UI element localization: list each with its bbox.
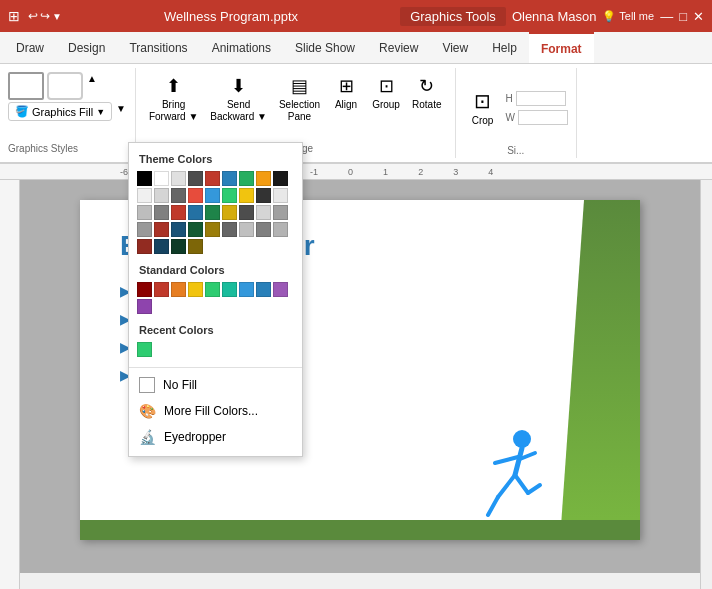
tab-transitions[interactable]: Transitions [117, 32, 199, 63]
theme-color-swatch-20[interactable] [171, 205, 186, 220]
svg-point-0 [513, 430, 531, 448]
recent-colors-title: Recent Colors [129, 320, 302, 342]
more-fill-colors-item[interactable]: 🎨 More Fill Colors... [129, 398, 302, 424]
no-fill-item[interactable]: No Fill [129, 372, 302, 398]
align-label: Align [335, 99, 357, 110]
styles-scroll-down[interactable]: ▼ [115, 102, 127, 121]
standard-colors-title: Standard Colors [129, 260, 302, 282]
standard-color-swatch-4[interactable] [205, 282, 220, 297]
standard-color-swatch-7[interactable] [256, 282, 271, 297]
bring-forward-btn[interactable]: ⬆ BringForward ▼ [144, 72, 203, 126]
styles-scroll-up[interactable]: ▲ [86, 72, 98, 100]
minimize-btn[interactable]: — [660, 9, 673, 24]
theme-color-swatch-25[interactable] [256, 205, 271, 220]
theme-color-swatch-33[interactable] [239, 222, 254, 237]
theme-color-swatch-19[interactable] [154, 205, 169, 220]
theme-color-swatch-2[interactable] [171, 171, 186, 186]
standard-color-swatch-5[interactable] [222, 282, 237, 297]
theme-color-swatch-13[interactable] [205, 188, 220, 203]
theme-color-swatch-7[interactable] [256, 171, 271, 186]
theme-color-swatch-37[interactable] [154, 239, 169, 254]
tab-view[interactable]: View [430, 32, 480, 63]
slide-area: Em...ss Center ▶ Flexible hours ▶ Multip… [20, 180, 700, 573]
style-box-2[interactable] [47, 72, 83, 100]
width-input-row: W [506, 110, 568, 125]
send-backward-btn[interactable]: ⬇ SendBackward ▼ [205, 72, 272, 126]
quick-access-undo[interactable]: ↩ [28, 9, 38, 23]
window-title: Wellness Program.pptx [62, 9, 400, 24]
tab-slideshow[interactable]: Slide Show [283, 32, 367, 63]
standard-color-swatch-3[interactable] [188, 282, 203, 297]
theme-color-swatch-35[interactable] [273, 222, 288, 237]
theme-color-swatch-38[interactable] [171, 239, 186, 254]
tab-help[interactable]: Help [480, 32, 529, 63]
theme-color-swatch-10[interactable] [154, 188, 169, 203]
fill-button[interactable]: 🪣 Graphics Fill ▼ [8, 102, 112, 121]
theme-color-swatch-8[interactable] [273, 171, 288, 186]
quick-access-more[interactable]: ▼ [52, 11, 62, 22]
theme-color-swatch-24[interactable] [239, 205, 254, 220]
eyedropper-item[interactable]: 🔬 Eyedropper [129, 424, 302, 450]
ribbon: ▲ 🪣 Graphics Fill ▼ ▼ Graphics Styles ⬆ … [0, 64, 712, 164]
standard-color-swatch-2[interactable] [171, 282, 186, 297]
style-box-1[interactable] [8, 72, 44, 100]
theme-color-swatch-1[interactable] [154, 171, 169, 186]
theme-color-swatch-3[interactable] [188, 171, 203, 186]
theme-color-swatch-31[interactable] [205, 222, 220, 237]
recent-color-swatch-0[interactable] [137, 342, 152, 357]
theme-color-swatch-4[interactable] [205, 171, 220, 186]
standard-color-swatch-8[interactable] [273, 282, 288, 297]
theme-color-swatch-39[interactable] [188, 239, 203, 254]
theme-color-swatch-15[interactable] [239, 188, 254, 203]
theme-color-swatch-36[interactable] [137, 239, 152, 254]
tab-draw[interactable]: Draw [4, 32, 56, 63]
standard-color-swatch-0[interactable] [137, 282, 152, 297]
theme-color-swatch-16[interactable] [256, 188, 271, 203]
theme-color-swatch-6[interactable] [239, 171, 254, 186]
theme-color-swatch-23[interactable] [222, 205, 237, 220]
tab-review[interactable]: Review [367, 32, 430, 63]
tab-animations[interactable]: Animations [200, 32, 283, 63]
theme-color-swatch-5[interactable] [222, 171, 237, 186]
theme-color-swatch-11[interactable] [171, 188, 186, 203]
tab-format[interactable]: Format [529, 32, 594, 63]
theme-color-swatch-22[interactable] [205, 205, 220, 220]
crop-btn[interactable]: ⊡ Crop [464, 86, 502, 129]
standard-color-swatch-6[interactable] [239, 282, 254, 297]
standard-color-swatch-1[interactable] [154, 282, 169, 297]
theme-color-swatch-28[interactable] [154, 222, 169, 237]
title-bar-right: Graphics Tools Olenna Mason 💡 Tell me — … [400, 7, 704, 26]
theme-color-swatch-17[interactable] [273, 188, 288, 203]
bring-forward-label: BringForward ▼ [149, 99, 198, 123]
theme-color-swatch-9[interactable] [137, 188, 152, 203]
align-btn[interactable]: ⊞ Align [327, 72, 365, 113]
quick-access-redo[interactable]: ↪ [40, 9, 50, 23]
theme-color-swatch-27[interactable] [137, 222, 152, 237]
theme-color-swatch-14[interactable] [222, 188, 237, 203]
group-btn[interactable]: ⊡ Group [367, 72, 405, 113]
vertical-scrollbar[interactable] [700, 180, 712, 589]
maximize-btn[interactable]: □ [679, 9, 687, 24]
theme-color-swatch-26[interactable] [273, 205, 288, 220]
tab-design[interactable]: Design [56, 32, 117, 63]
height-input[interactable] [516, 91, 566, 106]
selection-pane-btn[interactable]: ▤ SelectionPane [274, 72, 325, 126]
tell-me-icon[interactable]: 💡 Tell me [602, 10, 654, 23]
ruler-vertical [0, 180, 20, 589]
rotate-btn[interactable]: ↻ Rotate [407, 72, 446, 113]
theme-color-swatch-29[interactable] [171, 222, 186, 237]
theme-color-swatch-12[interactable] [188, 188, 203, 203]
standard-color-swatch-9[interactable] [137, 299, 152, 314]
svg-line-1 [515, 448, 522, 475]
eyedropper-label: Eyedropper [164, 430, 226, 444]
theme-color-swatch-21[interactable] [188, 205, 203, 220]
theme-color-swatch-30[interactable] [188, 222, 203, 237]
theme-color-swatch-32[interactable] [222, 222, 237, 237]
user-name: Olenna Mason [512, 9, 597, 24]
width-input[interactable] [518, 110, 568, 125]
theme-color-swatch-34[interactable] [256, 222, 271, 237]
close-btn[interactable]: ✕ [693, 9, 704, 24]
theme-color-swatch-0[interactable] [137, 171, 152, 186]
theme-color-swatch-18[interactable] [137, 205, 152, 220]
running-figure [470, 425, 550, 515]
